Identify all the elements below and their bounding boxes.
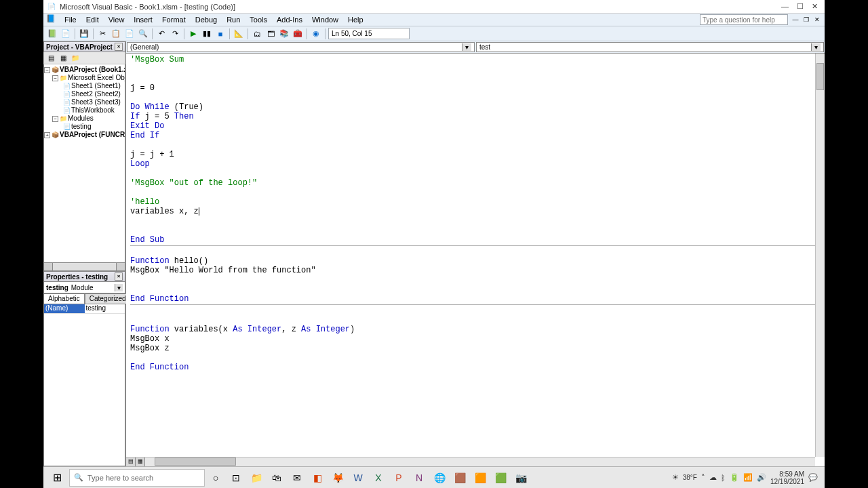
copy-button[interactable]: 📋 <box>110 28 122 40</box>
windows-taskbar: ⊞ 🔍 Type here to search ○ ⊡ 📁 🛍 ✉ ◧ 🦊 W … <box>43 466 825 488</box>
insert-module-button[interactable]: 📄 <box>60 28 72 40</box>
cortana-icon[interactable]: ○ <box>206 468 225 487</box>
firefox-icon[interactable]: 🦊 <box>328 468 347 487</box>
view-excel-button[interactable]: 📗 <box>46 28 58 40</box>
save-button[interactable]: 💾 <box>78 28 90 40</box>
redo-button[interactable]: ↷ <box>169 28 181 40</box>
standard-toolbar: 📗 📄 💾 ✂ 📋 📄 🔍 ↶ ↷ ▶ ▮▮ ■ 📐 🗂 🗔 📚 🧰 ◉ Ln … <box>43 26 825 41</box>
cut-button[interactable]: ✂ <box>96 28 108 40</box>
toolbox-button[interactable]: 🧰 <box>292 28 304 40</box>
object-browser-button[interactable]: 📚 <box>278 28 290 40</box>
tray-chevron-icon[interactable]: ˄ <box>701 473 705 482</box>
store-icon[interactable]: 🛍 <box>267 468 286 487</box>
chevron-down-icon: ▾ <box>462 43 471 51</box>
close-button[interactable]: ✕ <box>812 2 818 11</box>
menu-edit[interactable]: Edit <box>81 14 104 25</box>
excel-icon[interactable]: X <box>369 468 388 487</box>
app-icon: 📄 <box>46 1 57 12</box>
start-button[interactable]: ⊞ <box>46 468 68 487</box>
weather-temp[interactable]: 38°F <box>683 474 697 481</box>
menu-file[interactable]: File <box>60 14 81 25</box>
project-toolbar: ▤ ▦ 📁 <box>43 52 125 64</box>
taskbar-clock[interactable]: 8:59 AM 12/19/2021 <box>770 470 804 485</box>
menubar: 📘 File Edit View Insert Format Debug Run… <box>43 14 825 26</box>
powerpoint-icon[interactable]: P <box>389 468 408 487</box>
mail-icon[interactable]: ✉ <box>288 468 307 487</box>
menu-window[interactable]: Window <box>307 14 343 25</box>
code-vertical-scrollbar[interactable] <box>815 54 825 457</box>
view-code-button[interactable]: ▤ <box>45 53 56 64</box>
app-icon-4[interactable]: 📷 <box>511 468 530 487</box>
help-search-input[interactable] <box>700 14 788 25</box>
menu-help[interactable]: Help <box>343 14 368 25</box>
mdi-close-button[interactable]: ✕ <box>812 15 822 24</box>
help-button[interactable]: ◉ <box>310 28 322 40</box>
word-icon[interactable]: W <box>349 468 368 487</box>
project-explorer-button[interactable]: 🗂 <box>251 28 263 40</box>
menu-tools[interactable]: Tools <box>245 14 272 25</box>
properties-panel-close-button[interactable]: × <box>115 272 123 281</box>
code-editor[interactable]: 'MsgBox Sum j = 0 Do While (True) If j =… <box>126 54 825 466</box>
task-view-icon[interactable]: ⊡ <box>226 468 245 487</box>
onenote-icon[interactable]: N <box>410 468 429 487</box>
project-tree[interactable]: −📦VBAProject (Book1.xlsm) −📁Microsoft Ex… <box>43 64 125 263</box>
chevron-down-icon: ▾ <box>115 284 123 291</box>
code-horizontal-scrollbar[interactable]: ▤ ▦ <box>126 457 815 466</box>
property-name-cell[interactable]: (Name) <box>44 304 85 313</box>
view-object-button[interactable]: ▦ <box>58 53 68 64</box>
break-button[interactable]: ▮▮ <box>201 28 213 40</box>
wifi-icon[interactable]: 📶 <box>743 473 753 482</box>
menu-debug[interactable]: Debug <box>191 14 222 25</box>
window-title: Microsoft Visual Basic - Book1.xlsm - [t… <box>60 3 781 11</box>
properties-panel-header: Properties - testing × <box>43 271 125 282</box>
menu-run[interactable]: Run <box>222 14 245 25</box>
project-tree-scrollbar[interactable] <box>43 263 125 271</box>
full-module-view-button[interactable]: ▦ <box>136 458 145 467</box>
tab-alphabetic[interactable]: Alphabetic <box>43 293 85 304</box>
app-icon-3[interactable]: 🟩 <box>491 468 510 487</box>
menu-format[interactable]: Format <box>157 14 191 25</box>
object-dropdown[interactable]: (General)▾ <box>127 42 475 52</box>
app-icon-1[interactable]: 🟫 <box>450 468 469 487</box>
properties-window-button[interactable]: 🗔 <box>264 28 277 40</box>
tab-categorized[interactable]: Categorized <box>85 293 131 304</box>
properties-grid[interactable]: (Name) testing <box>43 304 125 466</box>
maximize-button[interactable]: ☐ <box>797 2 804 11</box>
menu-insert[interactable]: Insert <box>129 14 157 25</box>
notifications-icon[interactable]: 💬 <box>808 473 818 482</box>
chevron-down-icon: ▾ <box>811 43 821 51</box>
bluetooth-icon[interactable]: ᛒ <box>721 474 726 482</box>
design-mode-button[interactable]: 📐 <box>233 28 245 40</box>
toggle-folders-button[interactable]: 📁 <box>70 53 81 64</box>
minimize-button[interactable]: — <box>781 2 789 11</box>
edge-icon[interactable]: 🌐 <box>430 468 449 487</box>
file-explorer-icon[interactable]: 📁 <box>247 468 266 487</box>
find-button[interactable]: 🔍 <box>137 28 149 40</box>
mdi-restore-button[interactable]: ❐ <box>802 15 811 24</box>
battery-icon[interactable]: 🔋 <box>730 473 739 482</box>
taskbar-search-input[interactable]: 🔍 Type here to search <box>69 469 205 487</box>
onedrive-icon[interactable]: ☁ <box>709 473 717 482</box>
properties-tabs: Alphabetic Categorized <box>43 293 125 304</box>
app-icon-2[interactable]: 🟧 <box>471 468 490 487</box>
property-value-cell[interactable]: testing <box>85 304 125 313</box>
paste-button[interactable]: 📄 <box>123 28 136 40</box>
mdi-icon: 📘 <box>46 14 57 25</box>
procedure-view-button[interactable]: ▤ <box>126 458 136 467</box>
project-panel-close-button[interactable]: × <box>115 43 123 51</box>
properties-object-combo[interactable]: testingModule ▾ <box>43 282 125 293</box>
volume-icon[interactable]: 🔊 <box>757 473 766 482</box>
reset-button[interactable]: ■ <box>214 28 226 40</box>
cursor-position-box: Ln 50, Col 15 <box>328 28 410 39</box>
project-panel-header: Project - VBAProject × <box>43 41 125 52</box>
undo-button[interactable]: ↶ <box>155 28 167 40</box>
menu-addins[interactable]: Add-Ins <box>272 14 307 25</box>
run-button[interactable]: ▶ <box>187 28 199 40</box>
weather-icon[interactable]: ☀ <box>672 473 679 482</box>
procedure-dropdown[interactable]: test▾ <box>476 42 824 52</box>
menu-view[interactable]: View <box>104 14 130 25</box>
search-icon: 🔍 <box>74 473 83 482</box>
window-titlebar: 📄 Microsoft Visual Basic - Book1.xlsm - … <box>43 0 825 14</box>
mdi-minimize-button[interactable]: — <box>791 15 800 24</box>
office-icon[interactable]: ◧ <box>308 468 327 487</box>
